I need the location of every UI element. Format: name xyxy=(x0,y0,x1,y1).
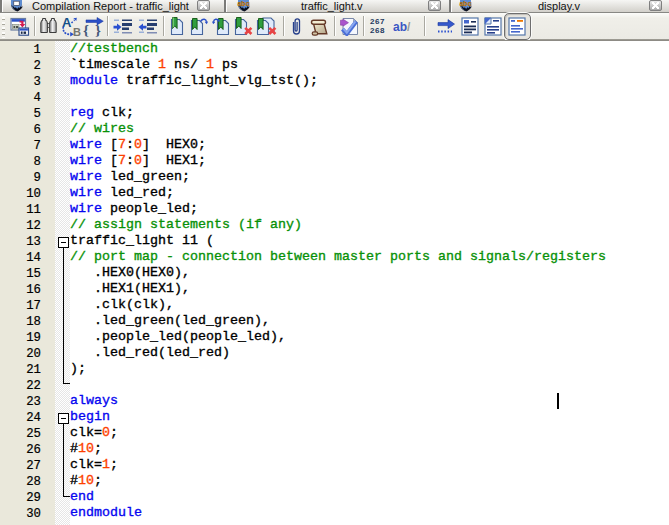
svg-text:{: { xyxy=(83,22,89,37)
svg-text:abc: abc xyxy=(459,0,471,7)
svg-text:abc: abc xyxy=(237,0,249,7)
svg-text:B: B xyxy=(73,26,81,37)
